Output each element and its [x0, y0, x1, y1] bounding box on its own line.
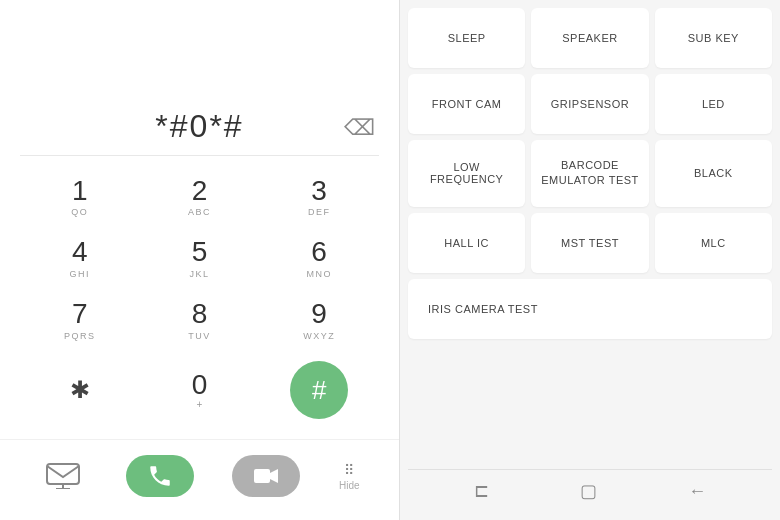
key-9[interactable]: 9 WXYZ [259, 289, 379, 351]
back-icon[interactable]: ← [688, 481, 706, 502]
hide-area[interactable]: ⠿ Hide [339, 462, 360, 491]
key-4[interactable]: 4 GHI [20, 227, 140, 289]
svg-rect-2 [56, 488, 70, 489]
key-zero[interactable]: 0 + [140, 351, 260, 429]
recent-apps-icon[interactable]: ⊏ [474, 480, 489, 502]
sub-key-button[interactable]: SUB KEY [655, 8, 772, 68]
grid-row-5: IRIS CAMERA TEST [408, 279, 772, 339]
mlc-button[interactable]: MLC [655, 213, 772, 273]
dialer-panel: *#0*# ⌫ 1 QO 2 ABC 3 DEF 4 GHI 5 JKL 6 M… [0, 0, 400, 520]
hide-label: Hide [339, 480, 360, 491]
action-bar: ⠿ Hide [0, 439, 399, 520]
hash-button[interactable]: # [290, 361, 348, 419]
sleep-button[interactable]: SLEEP [408, 8, 525, 68]
key-2[interactable]: 2 ABC [140, 166, 260, 228]
video-icon [253, 466, 279, 486]
speaker-button[interactable]: SPEAKER [531, 8, 648, 68]
bottom-nav: ⊏ ▢ ← [408, 469, 772, 512]
message-button[interactable] [39, 452, 87, 500]
key-star[interactable]: ✱ [20, 351, 140, 429]
front-cam-button[interactable]: FRONT CAM [408, 74, 525, 134]
call-icon [147, 463, 173, 489]
message-icon [46, 463, 80, 489]
iris-camera-test-button[interactable]: IRIS CAMERA TEST [408, 279, 772, 339]
gripsensor-button[interactable]: GRIPSENSOR [531, 74, 648, 134]
key-5[interactable]: 5 JKL [140, 227, 260, 289]
grid-row-4: HALL IC MST TEST MLC [408, 213, 772, 273]
hall-ic-button[interactable]: HALL IC [408, 213, 525, 273]
keypad: 1 QO 2 ABC 3 DEF 4 GHI 5 JKL 6 MNO 7 PQR… [0, 156, 399, 439]
key-6[interactable]: 6 MNO [259, 227, 379, 289]
key-1[interactable]: 1 QO [20, 166, 140, 228]
grid-row-2: FRONT CAM GRIPSENSOR LED [408, 74, 772, 134]
grid-row-1: SLEEP SPEAKER SUB KEY [408, 8, 772, 68]
svg-rect-1 [62, 483, 64, 488]
grid-dots-icon: ⠿ [344, 462, 355, 478]
key-hash[interactable]: # [259, 351, 379, 429]
key-3[interactable]: 3 DEF [259, 166, 379, 228]
video-call-button[interactable] [232, 455, 300, 497]
svg-rect-0 [47, 464, 79, 484]
low-frequency-button[interactable]: LOW FREQUENCY [408, 140, 525, 207]
mst-test-button[interactable]: MST TEST [531, 213, 648, 273]
key-8[interactable]: 8 TUV [140, 289, 260, 351]
svg-rect-3 [254, 469, 270, 483]
barcode-emulator-button[interactable]: BARCODE EMULATOR TEST [531, 140, 648, 207]
black-button[interactable]: BLACK [655, 140, 772, 207]
grid-row-3: LOW FREQUENCY BARCODE EMULATOR TEST BLAC… [408, 140, 772, 207]
home-icon[interactable]: ▢ [580, 480, 597, 502]
display-area: *#0*# ⌫ [0, 0, 399, 155]
grid-panel: SLEEP SPEAKER SUB KEY FRONT CAM GRIPSENS… [400, 0, 780, 520]
led-button[interactable]: LED [655, 74, 772, 134]
call-button[interactable] [126, 455, 194, 497]
backspace-button[interactable]: ⌫ [344, 115, 375, 141]
svg-marker-4 [270, 469, 278, 483]
key-7[interactable]: 7 PQRS [20, 289, 140, 351]
dialed-number: *#0*# [155, 108, 243, 145]
